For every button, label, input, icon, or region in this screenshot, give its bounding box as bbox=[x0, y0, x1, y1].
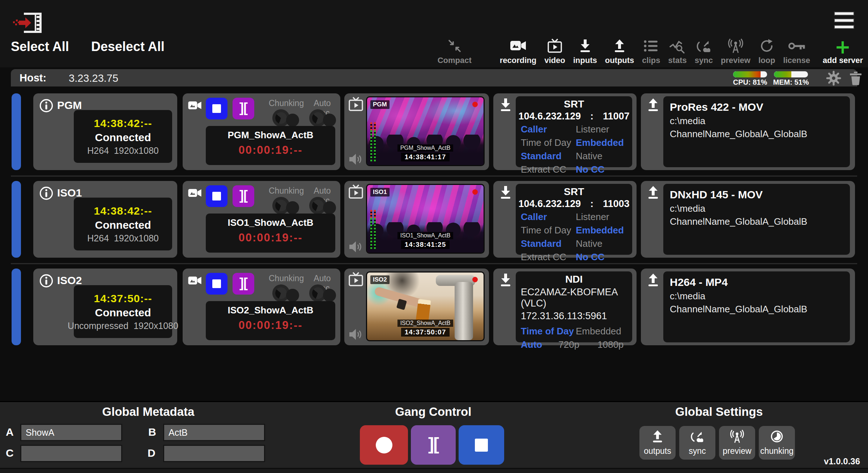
recording-dot bbox=[472, 102, 478, 107]
gang-chunk-button[interactable]: ][ bbox=[411, 425, 456, 465]
settings-chunking-button[interactable]: chunking bbox=[759, 426, 795, 460]
host-label: Host: bbox=[20, 72, 46, 84]
channel-status: Connected bbox=[95, 307, 151, 319]
toolbar-preview[interactable]: preview bbox=[721, 38, 750, 65]
input-option: Embedded bbox=[576, 325, 621, 337]
stop-square-icon bbox=[212, 279, 221, 288]
input-option: Extract CC bbox=[521, 164, 576, 176]
toolbar-stats[interactable]: stats bbox=[668, 38, 687, 65]
chunking-toggle[interactable] bbox=[272, 197, 299, 215]
speaker-icon[interactable] bbox=[348, 153, 363, 166]
settings-preview-button[interactable]: preview bbox=[719, 426, 755, 460]
stop-button[interactable] bbox=[206, 98, 227, 119]
chunking-toggle[interactable] bbox=[272, 109, 299, 127]
metadata-input-d[interactable] bbox=[163, 445, 265, 462]
video-thumbnail[interactable]: PGM PGM_ShowA_ActB 14:38:41:17 bbox=[366, 96, 485, 166]
ndi-address: 172.31.36.113:5961 bbox=[521, 311, 627, 322]
output-card: DNxHD 145 - MOV c:\media ChannelName_Glo… bbox=[641, 181, 855, 258]
add-server-button[interactable]: add server bbox=[823, 41, 863, 65]
autorec-toggle[interactable] bbox=[309, 197, 336, 215]
input-option: No CC bbox=[576, 164, 604, 176]
record-status-box: PGM_ShowA_ActB 00:00:19:-- bbox=[206, 126, 335, 165]
input-download-icon[interactable] bbox=[498, 185, 513, 200]
thumbnail-filename: ISO1_ShowA_ActB bbox=[397, 232, 454, 239]
chunking-clock-icon bbox=[770, 430, 784, 443]
chunk-icon: ][ bbox=[239, 276, 247, 291]
info-icon[interactable] bbox=[39, 98, 54, 113]
input-option: No CC bbox=[576, 251, 604, 263]
input-download-icon[interactable] bbox=[498, 273, 513, 287]
gang-record-button[interactable] bbox=[360, 425, 408, 465]
output-path: c:\media bbox=[670, 202, 843, 215]
chunk-button[interactable]: ][ bbox=[233, 98, 254, 119]
input-port: 11003 bbox=[603, 198, 630, 210]
input-card: SRT 104.6.232.129 : 11003 CallerListener… bbox=[493, 181, 637, 258]
chunk-button[interactable]: ][ bbox=[233, 273, 254, 295]
video-thumbnail[interactable]: ISO2 ISO2_ShowA_ActB 14:37:50:07 bbox=[366, 271, 485, 341]
sync-cloud-icon bbox=[690, 430, 705, 443]
stop-button[interactable] bbox=[206, 273, 227, 295]
stop-button[interactable] bbox=[206, 185, 227, 207]
video-thumbnail[interactable]: ISO1 ISO1_ShowA_ActB 14:38:41:25 bbox=[366, 184, 485, 254]
output-upload-icon[interactable] bbox=[646, 185, 660, 200]
record-filename: PGM_ShowA_ActB bbox=[206, 130, 335, 141]
input-option: Standard bbox=[521, 150, 576, 162]
output-upload-icon[interactable] bbox=[646, 98, 660, 112]
settings-outputs-button[interactable]: outputs bbox=[639, 426, 676, 460]
deselect-all-button[interactable]: Deselect All bbox=[91, 39, 165, 54]
input-download-icon[interactable] bbox=[498, 98, 513, 112]
gang-stop-button[interactable] bbox=[459, 425, 504, 465]
speaker-icon[interactable] bbox=[348, 240, 363, 253]
metadata-input-a[interactable] bbox=[20, 424, 122, 441]
metadata-input-b[interactable] bbox=[163, 424, 265, 441]
channel-timecode: 14:37:50:-- bbox=[94, 292, 152, 305]
toolbar-clips[interactable]: clips bbox=[642, 38, 660, 65]
preview-card: ISO2 ISO2_ShowA_ActB 14:37:50:07 bbox=[344, 269, 489, 345]
trash-icon[interactable] bbox=[849, 71, 862, 85]
chunk-icon: ][ bbox=[239, 101, 247, 116]
toolbar-outputs[interactable]: outputs bbox=[605, 38, 634, 65]
speaker-icon[interactable] bbox=[348, 328, 363, 341]
autorec-toggle[interactable] bbox=[309, 109, 336, 127]
preview-card: ISO1 ISO1_ShowA_ActB 14:38:41:25 bbox=[344, 181, 489, 258]
info-icon[interactable] bbox=[39, 274, 54, 288]
toolbar-loop[interactable]: loop bbox=[758, 38, 775, 65]
output-info-box: DNxHD 145 - MOV c:\media ChannelName_Glo… bbox=[663, 184, 850, 255]
channel-row-pgm: PGM 14:38:42:-- Connected H264 1920x1080… bbox=[0, 93, 868, 170]
tv-icon[interactable] bbox=[348, 185, 364, 199]
row-selection-bar[interactable] bbox=[12, 269, 21, 345]
camera-icon bbox=[188, 187, 202, 199]
settings-sync-button[interactable]: sync bbox=[679, 426, 715, 460]
bottom-strip bbox=[0, 468, 868, 473]
chunk-button[interactable]: ][ bbox=[233, 185, 254, 207]
chunking-toggle[interactable] bbox=[272, 284, 299, 303]
channel-resolution: 1920x1080 bbox=[133, 321, 178, 331]
toolbar-license[interactable]: license bbox=[783, 35, 810, 65]
tv-icon[interactable] bbox=[348, 97, 364, 111]
input-option: Native bbox=[576, 238, 603, 250]
toolbar-recording[interactable]: recording bbox=[500, 38, 536, 65]
toolbar-inputs[interactable]: inputs bbox=[573, 38, 597, 65]
sync-cloud-icon bbox=[696, 38, 712, 54]
output-upload-icon[interactable] bbox=[646, 273, 660, 287]
settings-gear-icon[interactable] bbox=[826, 71, 841, 86]
row-selection-bar[interactable] bbox=[12, 181, 21, 258]
toolbar-compact[interactable]: Compact bbox=[438, 38, 472, 65]
input-address: 104.6.232.129 bbox=[518, 111, 581, 122]
toolbar-sync[interactable]: sync bbox=[695, 38, 713, 65]
autorec-toggle[interactable] bbox=[309, 284, 336, 303]
stats-chart-icon bbox=[669, 38, 685, 54]
row-selection-bar[interactable] bbox=[12, 93, 21, 170]
channel-status: Connected bbox=[95, 219, 151, 231]
menu-icon[interactable] bbox=[834, 12, 854, 29]
metadata-input-c[interactable] bbox=[20, 445, 122, 462]
thumbnail-channel-tag: ISO2 bbox=[370, 275, 390, 284]
record-filename: ISO1_ShowA_ActB bbox=[206, 217, 335, 228]
host-bar: Host: 3.23.23.75 CPU: 81% MEM: 51% bbox=[11, 69, 857, 86]
input-info-box: SRT 104.6.232.129 : 11007 CallerListener… bbox=[516, 96, 632, 167]
outputs-upload-icon bbox=[651, 430, 664, 443]
tv-icon[interactable] bbox=[348, 272, 364, 287]
select-all-button[interactable]: Select All bbox=[11, 39, 69, 54]
info-icon[interactable] bbox=[39, 186, 54, 200]
toolbar-video[interactable]: video bbox=[544, 38, 565, 65]
